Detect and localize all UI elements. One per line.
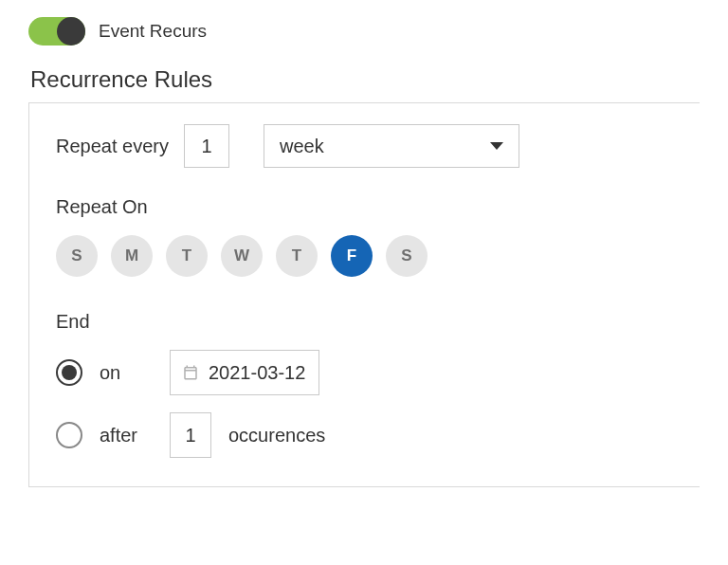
end-after-count-input[interactable] [170, 412, 211, 458]
calendar-icon [182, 364, 199, 381]
toggle-knob [57, 17, 85, 46]
repeat-unit-value: week [280, 136, 490, 157]
day-button-2[interactable]: T [166, 235, 208, 277]
end-after-suffix: occurences [228, 425, 325, 447]
end-label: End [56, 311, 673, 333]
end-on-label: on [100, 362, 147, 384]
event-recurs-toggle[interactable] [28, 17, 85, 46]
day-button-4[interactable]: T [276, 235, 318, 277]
days-of-week: SMTWTFS [56, 235, 673, 277]
event-recurs-label: Event Recurs [99, 21, 207, 42]
day-button-1[interactable]: M [111, 235, 153, 277]
day-button-5[interactable]: F [331, 235, 373, 277]
end-after-radio[interactable] [56, 422, 82, 448]
recurrence-rules-heading: Recurrence Rules [30, 66, 700, 93]
chevron-down-icon [490, 142, 503, 150]
day-button-3[interactable]: W [221, 235, 263, 277]
day-button-6[interactable]: S [386, 235, 428, 277]
repeat-on-label: Repeat On [56, 196, 673, 218]
end-on-radio[interactable] [56, 359, 82, 386]
end-on-date-value: 2021-03-12 [209, 362, 305, 384]
recurrence-rules-fieldset: Repeat every week Repeat On SMTWTFS End … [28, 102, 700, 487]
repeat-every-label: Repeat every [56, 136, 169, 157]
repeat-interval-input[interactable] [184, 124, 229, 168]
day-button-0[interactable]: S [56, 235, 98, 277]
repeat-unit-select[interactable]: week [264, 124, 519, 168]
end-on-date-input[interactable]: 2021-03-12 [170, 350, 319, 395]
end-after-label: after [100, 425, 147, 447]
